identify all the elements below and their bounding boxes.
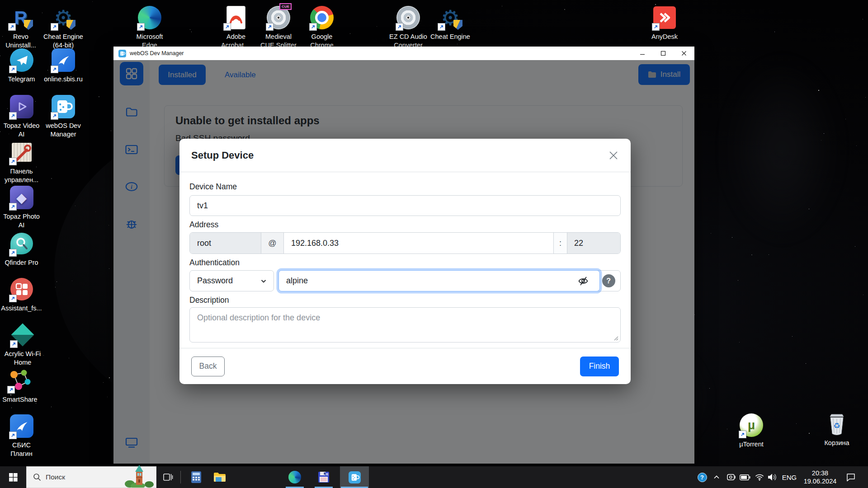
desktop-icon-recycle-bin[interactable]: ♻ Корзина (814, 411, 859, 447)
taskbar-webos-dev-manager[interactable] (340, 466, 369, 488)
shortcut-arrow-icon (51, 112, 58, 120)
desktop-icon-acrobat[interactable]: Adobe Acrobat ... (213, 5, 259, 50)
cast-display-icon (727, 474, 736, 481)
desktop-icon-assistant[interactable]: Assistant_fs... (0, 276, 43, 313)
tray-clock[interactable]: 20:38 19.06.2024 (799, 466, 841, 488)
desktop-icon-label: Topaz Photo AI (0, 212, 43, 230)
tray-time: 20:38 (812, 469, 828, 477)
desktop-icon-chrome[interactable]: Google Chrome (299, 5, 344, 50)
tray-battery[interactable] (739, 466, 751, 488)
desktop-icon-topaz-video[interactable]: Topaz Video AI (0, 94, 43, 139)
shortcut-arrow-icon (7, 386, 15, 394)
desktop-icon-label: µTorrent (729, 440, 774, 449)
desktop-icon-ezcd[interactable]: EZ CD Audio Converter (385, 5, 432, 50)
gem-icon: ◆ (16, 190, 27, 206)
authentication-row: Password (189, 270, 621, 291)
cue-label: CUE (279, 3, 292, 10)
colon-separator: : (553, 233, 567, 253)
wifi-icon (755, 474, 764, 481)
shortcut-arrow-icon (223, 23, 231, 31)
desktop-icon-revo-uninstaller[interactable]: R Revo Uninstall... (0, 5, 42, 50)
desktop-icon-label: AnyDesk (642, 33, 687, 41)
taskbar-search[interactable]: Поиск (26, 466, 156, 488)
wallpaper-smoke (723, 54, 841, 244)
minimize-button[interactable] (632, 47, 653, 60)
desktop-icon-control-panel[interactable]: Панель управлен... (0, 139, 43, 184)
uac-shield-icon (24, 20, 33, 30)
window-app-icon (118, 50, 126, 57)
action-center-icon (846, 473, 855, 482)
address-group: @ : (189, 232, 621, 254)
help-button[interactable]: ? (602, 274, 615, 287)
tray-help-button[interactable]: ? (696, 466, 708, 488)
dialog-header: Setup Device (179, 139, 631, 172)
resize-grip[interactable] (613, 335, 618, 341)
back-button[interactable]: Back (191, 357, 225, 376)
svg-text:♻: ♻ (833, 422, 840, 430)
port-input[interactable] (567, 233, 620, 253)
password-input[interactable] (278, 270, 600, 291)
desktop-icon-utorrent[interactable]: µ µTorrent (729, 412, 774, 449)
close-icon[interactable] (608, 150, 619, 161)
dialog-footer: Back Finish (179, 348, 631, 384)
desktop-icon-sbis-plugin[interactable]: СБИС Плагин (0, 413, 43, 458)
search-icon (33, 473, 41, 481)
description-wrap (189, 307, 621, 344)
tray-wifi[interactable] (753, 466, 766, 488)
desktop-icon-qfinder[interactable]: Qfinder Pro (0, 230, 43, 267)
tray-language[interactable]: ENG (780, 466, 798, 488)
desktop-icon-edge[interactable]: Microsoft Edge (127, 5, 172, 50)
finish-button[interactable]: Finish (580, 357, 619, 376)
window-title: webOS Dev Manager (130, 50, 184, 56)
shortcut-arrow-icon (396, 23, 403, 31)
start-button[interactable] (0, 466, 26, 488)
close-button[interactable] (674, 47, 694, 60)
desktop-icon-anydesk[interactable]: AnyDesk (642, 5, 687, 41)
ssh-user-input[interactable] (190, 233, 261, 253)
desktop-icon-label: СБИС Плагин (0, 441, 43, 458)
taskbar-file-explorer[interactable] (209, 466, 231, 488)
host-input[interactable] (284, 233, 553, 253)
desktop-icon-cheat-engine-64[interactable]: ⚙ Cheat Engine (64-bit) (41, 5, 86, 50)
calculator-icon (191, 471, 202, 483)
desktop-icon-medieval-cue[interactable]: CUE Medieval CUE Splitter (256, 5, 301, 50)
shortcut-arrow-icon (9, 249, 17, 257)
device-name-label: Device Name (189, 182, 621, 192)
taskbar-calculator[interactable] (185, 466, 207, 488)
dialog-title: Setup Device (191, 150, 254, 161)
device-name-input[interactable] (189, 195, 621, 216)
desktop-icon-webos-dev[interactable]: webOS Dev Manager (41, 94, 86, 139)
shortcut-arrow-icon (137, 23, 145, 31)
password-help-segment: ? (596, 270, 621, 291)
desktop-icon-sbis[interactable]: online.sbis.ru (41, 47, 86, 84)
taskbar-edge[interactable] (284, 466, 306, 488)
tray-date: 19.06.2024 (804, 477, 837, 485)
tray-overflow-chevron[interactable] (711, 466, 722, 488)
action-center-button[interactable] (842, 466, 860, 488)
desktop-icon-smartshare[interactable]: SmartShare (0, 367, 40, 404)
shortcut-arrow-icon (9, 112, 17, 120)
tray-display-cast[interactable] (725, 466, 738, 488)
maximize-button[interactable] (653, 47, 674, 60)
shortcut-arrow-icon (9, 432, 17, 439)
eye-slash-icon[interactable] (577, 275, 589, 287)
desktop-icon-telegram[interactable]: Telegram (0, 47, 43, 84)
tray-volume[interactable] (766, 466, 779, 488)
shortcut-arrow-icon (266, 23, 274, 31)
task-view-button[interactable] (157, 466, 179, 488)
chevron-up-icon (713, 474, 720, 481)
description-textarea[interactable] (189, 307, 621, 343)
floppy-editor-icon: E (318, 471, 330, 483)
desktop-icon-label: Telegram (0, 75, 43, 84)
taskbar-editor[interactable]: E (313, 466, 335, 488)
shortcut-arrow-icon (51, 66, 58, 73)
shortcut-arrow-icon (8, 23, 16, 31)
window-titlebar[interactable]: webOS Dev Manager (113, 47, 694, 60)
desktop-icon-cheat-engine[interactable]: ⚙ Cheat Engine (428, 5, 473, 41)
auth-method-select[interactable]: Password (189, 270, 274, 291)
svg-text:E: E (326, 472, 329, 476)
desktop-icon-acrylic[interactable]: Acrylic Wi-Fi Home (0, 322, 45, 367)
desktop-icon-topaz-photo[interactable]: ◆ Topaz Photo AI (0, 184, 43, 230)
desktop-icon-label: Assistant_fs... (0, 304, 43, 313)
desktop-icon-label: online.sbis.ru (41, 75, 86, 84)
